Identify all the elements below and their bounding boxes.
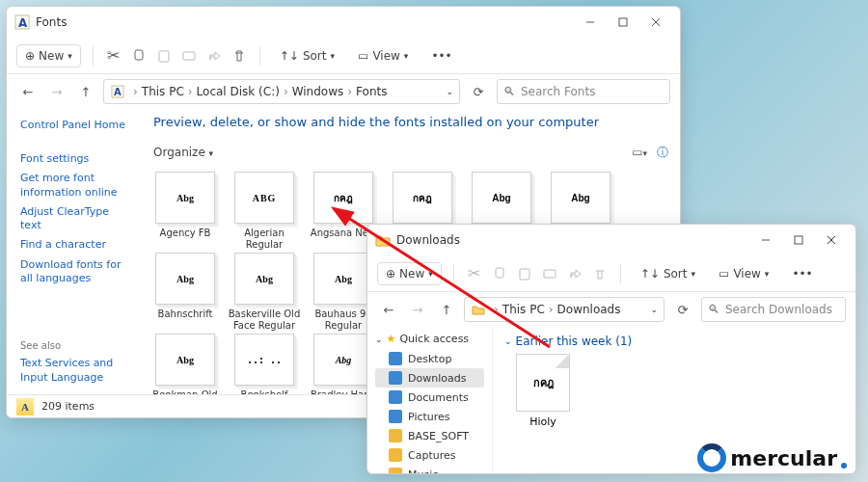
font-item[interactable]: AbgBookman Old <box>146 334 225 394</box>
titlebar: A Fonts <box>7 7 680 38</box>
paste-icon[interactable] <box>516 265 533 282</box>
font-item[interactable]: AbgAgency FB <box>146 172 225 251</box>
forward-button[interactable]: → <box>406 298 429 321</box>
sidebar-home[interactable]: Control Panel Home <box>20 119 128 131</box>
sidebar-link[interactable]: Download fonts for all languages <box>20 258 128 286</box>
sidebar-link[interactable]: Font settings <box>20 152 128 166</box>
quick-access-header[interactable]: ⌄★Quick access <box>375 333 484 345</box>
quick-access-item[interactable]: Pictures <box>375 407 484 426</box>
rename-icon[interactable] <box>541 265 558 282</box>
font-label: Bahnschrift <box>158 308 213 332</box>
quick-access-item[interactable]: Music <box>375 465 484 473</box>
delete-icon[interactable] <box>591 265 609 282</box>
maximize-button[interactable] <box>607 9 639 36</box>
back-button[interactable]: ← <box>377 298 400 321</box>
breadcrumb-segment[interactable]: Downloads <box>557 303 621 316</box>
quick-access-item[interactable]: Desktop <box>375 349 484 368</box>
help-icon[interactable]: ⓘ <box>657 145 668 161</box>
watermark-logo: mercular <box>697 443 847 472</box>
seealso-link[interactable]: Text Services and Input Language <box>20 357 128 385</box>
window-title: Downloads <box>396 233 460 247</box>
window-controls <box>574 9 672 36</box>
chevron-down-icon: ⌄ <box>504 336 512 346</box>
delete-icon[interactable] <box>231 47 248 65</box>
new-button[interactable]: ⊕New▾ <box>377 262 442 285</box>
folder-icon <box>389 448 402 462</box>
view-button[interactable]: ▭View▾ <box>350 45 416 67</box>
breadcrumb[interactable]: › This PC› Downloads ⌄ <box>464 297 665 322</box>
font-thumb: Abg <box>313 334 373 386</box>
breadcrumb-segment[interactable]: This PC <box>502 303 545 316</box>
window-title: Fonts <box>36 15 67 29</box>
quick-access-item[interactable]: BASE_SOFT <box>375 426 484 445</box>
quick-access-item[interactable]: Downloads <box>375 368 484 388</box>
organize-button[interactable]: Organize ▾ <box>153 146 213 159</box>
share-icon[interactable] <box>566 265 583 282</box>
sort-button[interactable]: ↑↓Sort▾ <box>633 263 703 284</box>
folder-icon <box>389 390 402 404</box>
breadcrumb-segment[interactable]: This PC <box>142 85 184 98</box>
cut-icon[interactable]: ✂ <box>105 47 122 65</box>
font-item[interactable]: AbgBahnschrift <box>146 253 225 332</box>
font-thumb: กคฎ <box>393 172 452 224</box>
cut-icon[interactable]: ✂ <box>466 265 483 282</box>
paste-icon[interactable] <box>155 47 173 65</box>
sort-button[interactable]: ↑↓Sort▾ <box>272 45 342 67</box>
sidebar-link[interactable]: Get more font information online <box>20 172 128 200</box>
sidebar-link[interactable]: Find a character <box>20 238 128 252</box>
maximize-button[interactable] <box>782 227 815 254</box>
svg-text:A: A <box>114 87 122 97</box>
minimize-button[interactable] <box>749 227 782 254</box>
font-item[interactable]: ..: ..Bookshelf <box>225 334 304 394</box>
plus-icon: ⊕ <box>25 49 35 63</box>
refresh-button[interactable]: ⟳ <box>670 297 695 322</box>
share-icon[interactable] <box>205 47 223 65</box>
breadcrumb-segment[interactable]: Fonts <box>356 85 387 98</box>
font-thumb: ABG <box>234 172 294 224</box>
up-button[interactable]: ↑ <box>74 80 97 103</box>
new-button[interactable]: ⊕New▾ <box>16 44 81 67</box>
file-item[interactable]: กคฎ Hioly <box>504 354 582 428</box>
layout-icon[interactable]: ▭▾ <box>632 146 647 159</box>
folder-icon <box>389 371 402 385</box>
up-button[interactable]: ↑ <box>435 298 458 321</box>
font-item[interactable]: ABGAlgerian Regular <box>225 172 304 251</box>
close-button[interactable] <box>815 227 848 254</box>
search-input[interactable]: 🔍︎ Search Downloads <box>701 297 846 322</box>
breadcrumb[interactable]: A › This PC› Local Disk (C:)› Windows› F… <box>103 79 460 104</box>
view-button[interactable]: ▭View▾ <box>711 263 776 284</box>
more-button[interactable]: ••• <box>423 45 459 67</box>
chevron-down-icon[interactable]: ⌄ <box>650 305 658 314</box>
font-thumb: ..: .. <box>234 334 294 386</box>
font-item[interactable]: AbgBaskerville Old Face Regular <box>225 253 304 332</box>
minimize-button[interactable] <box>574 9 607 36</box>
font-label: Algerian Regular <box>225 228 304 251</box>
font-thumb: Abg <box>155 172 215 224</box>
close-button[interactable] <box>639 9 672 36</box>
rename-icon[interactable] <box>180 47 198 65</box>
search-input[interactable]: 🔍︎ Search Fonts <box>497 79 670 104</box>
search-icon: 🔍︎ <box>503 85 515 98</box>
downloads-folder-icon <box>471 302 486 317</box>
navbar: ← → ↑ › This PC› Downloads ⌄ ⟳ 🔍︎ Search… <box>367 292 855 327</box>
quick-access-item[interactable]: Captures <box>375 445 484 465</box>
breadcrumb-segment[interactable]: Local Disk (C:) <box>197 85 280 98</box>
back-button[interactable]: ← <box>16 80 40 103</box>
chevron-down-icon[interactable]: ⌄ <box>446 87 453 96</box>
breadcrumb-segment[interactable]: Windows <box>292 85 344 98</box>
svg-rect-6 <box>135 50 143 60</box>
folder-icon <box>389 410 402 423</box>
search-icon: 🔍︎ <box>708 303 719 316</box>
group-header[interactable]: ⌄Earlier this week (1) <box>504 335 844 348</box>
more-button[interactable]: ••• <box>784 263 820 284</box>
seealso-head: See also <box>20 340 128 351</box>
forward-button[interactable]: → <box>45 80 68 103</box>
quick-access-item[interactable]: Documents <box>375 388 484 407</box>
copy-icon[interactable] <box>130 47 148 65</box>
copy-icon[interactable] <box>491 265 508 282</box>
svg-text:A: A <box>18 16 28 30</box>
refresh-button[interactable]: ⟳ <box>466 79 491 104</box>
font-thumb: Abg <box>551 172 610 224</box>
svg-rect-8 <box>183 52 195 60</box>
sidebar-link[interactable]: Adjust ClearType text <box>20 205 128 233</box>
